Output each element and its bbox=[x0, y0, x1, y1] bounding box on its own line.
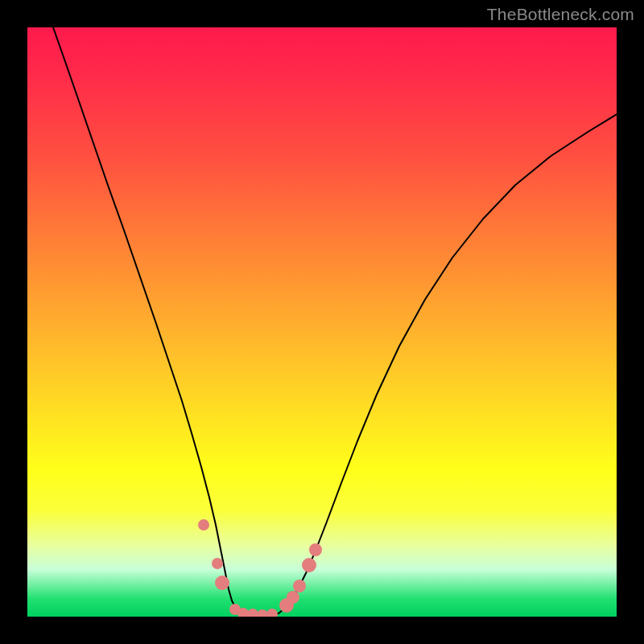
svg-point-10 bbox=[293, 580, 306, 592]
chart-svg bbox=[27, 27, 617, 617]
svg-point-5 bbox=[247, 609, 258, 617]
plot-area bbox=[27, 27, 617, 617]
svg-point-7 bbox=[266, 609, 278, 617]
markers-group bbox=[198, 519, 322, 617]
svg-point-11 bbox=[302, 558, 316, 572]
svg-point-1 bbox=[212, 558, 223, 569]
chart-frame: TheBottleneck.com bbox=[0, 0, 644, 644]
svg-point-0 bbox=[198, 519, 209, 530]
svg-point-9 bbox=[287, 591, 299, 604]
curves-group bbox=[53, 27, 617, 615]
svg-point-2 bbox=[215, 576, 229, 590]
svg-point-12 bbox=[309, 543, 322, 556]
svg-point-6 bbox=[257, 609, 268, 617]
watermark-label: TheBottleneck.com bbox=[487, 5, 634, 24]
